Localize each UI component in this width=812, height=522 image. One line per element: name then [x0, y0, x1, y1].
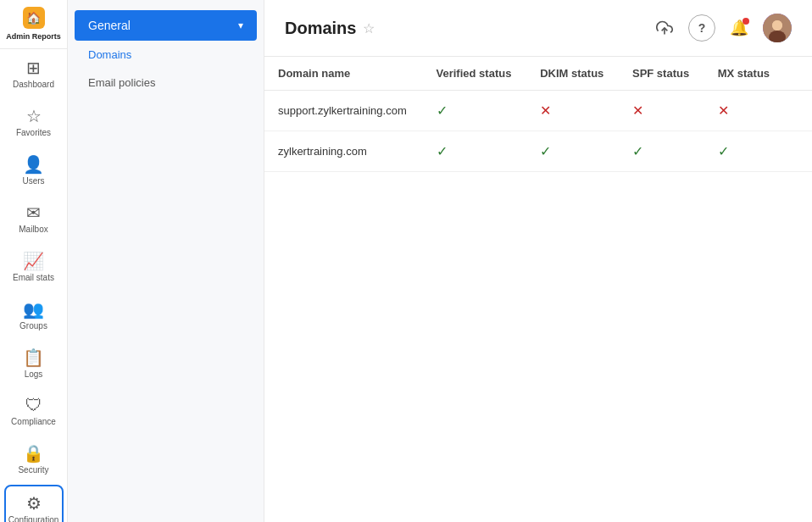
spf-status-cell-1: ✕	[619, 91, 704, 131]
domain-name-cell: support.zylkertraining.com	[264, 91, 423, 131]
cross-icon: ✕	[632, 103, 643, 118]
secondary-nav: General ▾ Domains Email policies	[68, 0, 264, 522]
table-row: zylkertraining.com ✓ ✓ ✓ ✓	[264, 131, 812, 172]
chevron-down-icon: ▾	[238, 19, 243, 31]
verified-status-cell-2: ✓	[423, 131, 527, 172]
mailbox-icon: ✉	[26, 203, 41, 223]
general-group-label: General	[88, 19, 131, 32]
content-title-area: Domains ☆	[285, 19, 375, 38]
app-logo: 🏠	[23, 7, 45, 29]
sidebar-item-email-stats[interactable]: 📈 Email stats	[4, 244, 64, 289]
check-icon: ✓	[437, 144, 448, 158]
users-icon: 👤	[23, 154, 44, 175]
page-title: Domains	[285, 19, 356, 38]
sidebar-item-groups[interactable]: 👥 Groups	[4, 292, 64, 337]
dashboard-icon: ⊞	[26, 58, 41, 78]
sidebar-label-logs: Logs	[25, 369, 43, 379]
configuration-icon: ⚙	[26, 493, 42, 514]
check-icon: ✓	[632, 144, 643, 158]
domains-table: Domain name Verified status DKIM status …	[264, 57, 812, 172]
sidebar-item-logs[interactable]: 📋 Logs	[4, 341, 64, 386]
sidebar-label-dashboard: Dashboard	[13, 80, 54, 89]
help-button[interactable]: ?	[688, 14, 715, 42]
sidebar-label-users: Users	[22, 176, 44, 186]
sidebar-label-mailbox: Mailbox	[19, 225, 47, 234]
sidebar-label-favorites: Favorites	[16, 128, 51, 137]
extra-cell-2	[784, 131, 812, 172]
notifications-button[interactable]: 🔔	[726, 14, 753, 42]
secondary-nav-item-email-policies[interactable]: Email policies	[68, 69, 264, 97]
general-group[interactable]: General ▾	[75, 10, 257, 41]
col-header-domain-name: Domain name	[264, 57, 423, 91]
sidebar-label-groups: Groups	[19, 321, 47, 330]
sidebar-item-compliance[interactable]: 🛡 Compliance	[4, 389, 64, 433]
secondary-nav-item-domains[interactable]: Domains	[68, 41, 264, 69]
extra-cell-1	[784, 91, 812, 131]
check-icon: ✓	[540, 144, 551, 158]
mx-status-cell-1: ✕	[704, 91, 785, 131]
domains-table-container: Domain name Verified status DKIM status …	[264, 57, 812, 522]
col-header-mx-status: MX status	[704, 57, 785, 91]
spf-status-cell-2: ✓	[619, 131, 704, 172]
domain-name-cell: zylkertraining.com	[264, 131, 423, 172]
logs-icon: 📋	[23, 347, 44, 368]
cross-icon: ✕	[540, 103, 551, 118]
favorites-icon: ☆	[26, 106, 42, 126]
app-title: Admin Reports	[6, 32, 61, 42]
cross-icon: ✕	[718, 103, 729, 118]
upload-button[interactable]	[651, 14, 678, 42]
notification-badge	[742, 18, 749, 25]
sidebar-label-configuration: Configuration	[8, 515, 58, 522]
sidebar-item-users[interactable]: 👤 Users	[4, 147, 64, 192]
mx-status-cell-2: ✓	[704, 131, 785, 172]
sidebar-label-compliance: Compliance	[11, 417, 56, 426]
sidebar-item-mailbox[interactable]: ✉ Mailbox	[4, 196, 64, 241]
content-area: Domains ☆ ? 🔔	[264, 0, 812, 522]
dkim-status-cell-2: ✓	[526, 131, 619, 172]
dkim-status-cell-1: ✕	[526, 91, 619, 131]
check-icon: ✓	[718, 144, 729, 158]
security-icon: 🔒	[23, 443, 44, 464]
sidebar-item-dashboard[interactable]: ⊞ Dashboard	[4, 51, 64, 96]
col-header-spf-status: SPF status	[619, 57, 704, 91]
col-header-extra	[784, 57, 812, 91]
avatar-image	[763, 14, 792, 42]
col-header-verified-status: Verified status	[423, 57, 527, 91]
col-header-dkim-status: DKIM status	[526, 57, 619, 91]
secondary-nav-section-general: General ▾ Domains Email policies	[68, 10, 264, 97]
avatar[interactable]	[763, 14, 792, 42]
table-row: support.zylkertraining.com ✓ ✕ ✕ ✕	[264, 91, 812, 131]
groups-icon: 👥	[23, 299, 44, 319]
email-stats-icon: 📈	[23, 251, 44, 271]
check-icon: ✓	[437, 103, 448, 118]
app-header: 🏠 Admin Reports	[0, 0, 67, 49]
sidebar-item-favorites[interactable]: ☆ Favorites	[4, 99, 64, 144]
sidebar-label-security: Security	[18, 465, 48, 475]
table-header-row: Domain name Verified status DKIM status …	[264, 57, 812, 91]
upload-icon	[656, 19, 673, 36]
svg-point-4	[772, 20, 782, 31]
sidebar-item-security[interactable]: 🔒 Security	[4, 436, 64, 481]
header-actions: ? 🔔	[651, 14, 792, 42]
sidebar-nav: ⊞ Dashboard ☆ Favorites 👤 Users ✉ Mailbo…	[0, 49, 67, 522]
content-header: Domains ☆ ? 🔔	[264, 0, 812, 57]
compliance-icon: 🛡	[25, 396, 42, 415]
star-icon[interactable]: ☆	[363, 20, 375, 36]
verified-status-cell-1: ✓	[423, 91, 527, 131]
sidebar-label-email-stats: Email stats	[13, 273, 54, 282]
sidebar-item-configuration[interactable]: ⚙ Configuration	[4, 485, 64, 522]
